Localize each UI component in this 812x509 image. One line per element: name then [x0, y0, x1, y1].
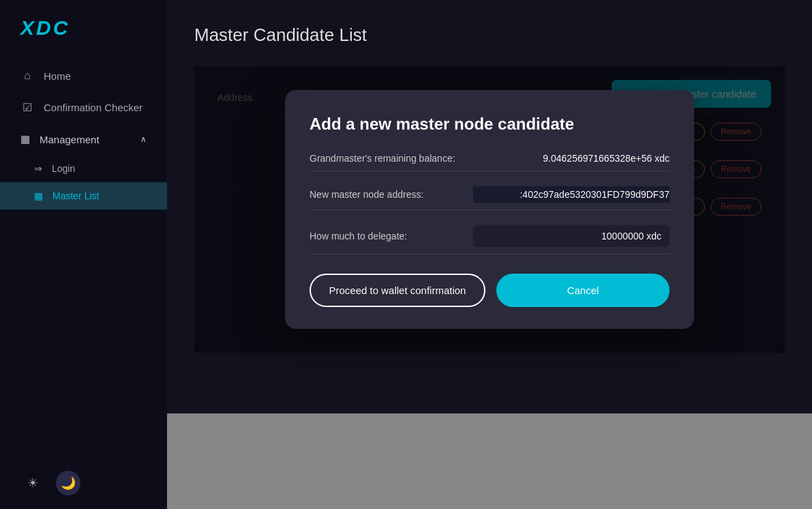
balance-value: 9.046256971665328e+56 xdc — [473, 153, 670, 164]
add-master-node-modal: Add a new master node candidate Grandmas… — [285, 90, 694, 329]
sub-nav: ⇒ Login ▦ Master List — [0, 155, 167, 209]
balance-label: Grandmaster's remaining balance: — [310, 153, 473, 164]
sidebar-item-confirmation-checker-label: Confirmation Checker — [44, 102, 142, 113]
sun-icon: ☀ — [27, 476, 38, 491]
confirmation-checker-icon: ☑ — [20, 101, 34, 114]
logo-area: XDC — [0, 0, 167, 53]
page-title: Master Candidate List — [194, 25, 785, 46]
balance-field: Grandmaster's remaining balance: 9.04625… — [310, 153, 670, 171]
sidebar-nav: ⌂ Home ☑ Confirmation Checker ▦ Manageme… — [0, 53, 167, 457]
sidebar-item-home[interactable]: ⌂ Home — [0, 60, 167, 91]
content-card: Add a new master candidate Address Deleg… — [194, 66, 785, 353]
moon-icon: 🌙 — [61, 476, 76, 491]
theme-switcher: ☀ 🌙 — [0, 457, 167, 509]
address-input[interactable] — [473, 186, 670, 203]
login-icon: ⇒ — [34, 163, 42, 174]
modal-actions: Proceed to wallet confirmation Cancel — [310, 274, 670, 307]
home-icon: ⌂ — [20, 70, 34, 82]
sidebar-item-login[interactable]: ⇒ Login — [0, 155, 167, 182]
management-icon: ▦ — [20, 133, 30, 145]
delegate-input[interactable] — [481, 231, 661, 242]
modal-overlay: Add a new master node candidate Grandmas… — [194, 66, 785, 353]
sidebar-item-confirmation-checker[interactable]: ☑ Confirmation Checker — [0, 91, 167, 123]
chevron-down-icon: ∧ — [140, 134, 147, 144]
cancel-button[interactable]: Cancel — [496, 274, 670, 307]
sidebar-item-home-label: Home — [44, 70, 71, 82]
sidebar-item-login-label: Login — [52, 163, 75, 174]
main-content: Master Candidate List Add a new master c… — [167, 0, 812, 413]
address-field: New master node address: — [310, 186, 670, 210]
proceed-button[interactable]: Proceed to wallet confirmation — [310, 274, 485, 307]
delegate-input-wrap — [473, 225, 670, 247]
delegate-field: How much to delegate: — [310, 225, 670, 254]
sidebar-item-management[interactable]: ▦ Management ∧ — [0, 123, 167, 155]
delegate-label: How much to delegate: — [310, 231, 473, 242]
dark-theme-button[interactable]: 🌙 — [56, 471, 80, 495]
address-label: New master node address: — [310, 189, 473, 200]
modal-title: Add a new master node candidate — [310, 115, 670, 134]
sidebar: XDC ⌂ Home ☑ Confirmation Checker ▦ Mana… — [0, 0, 167, 509]
sidebar-item-management-label: Management — [40, 134, 100, 145]
light-theme-button[interactable]: ☀ — [20, 471, 45, 495]
sidebar-item-master-list-label: Master List — [52, 190, 99, 201]
bottom-gray-area — [167, 413, 812, 509]
sidebar-item-master-list[interactable]: ▦ Master List — [0, 182, 167, 209]
master-list-icon: ▦ — [34, 190, 43, 201]
xdc-logo: XDC — [20, 16, 70, 40]
